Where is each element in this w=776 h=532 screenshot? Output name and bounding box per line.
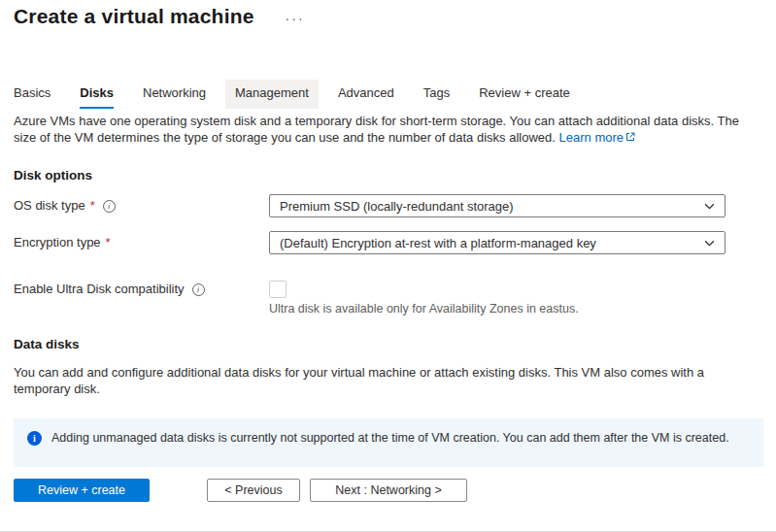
page-header: Create a virtual machine ··· xyxy=(0,0,776,28)
ultra-disk-row: Enable Ultra Disk compatibility i Ultra … xyxy=(14,281,762,316)
more-options-ellipsis-icon[interactable]: ··· xyxy=(286,11,305,26)
tab-networking[interactable]: Networking xyxy=(143,82,206,109)
learn-more-link[interactable]: Learn more xyxy=(559,130,624,145)
info-banner-icon: i xyxy=(27,431,42,446)
disk-options-heading: Disk options xyxy=(14,168,762,183)
encryption-type-row: Encryption type * (Default) Encryption a… xyxy=(14,231,762,254)
required-asterisk: * xyxy=(90,197,95,215)
required-asterisk: * xyxy=(106,234,111,251)
ultra-disk-control: Ultra disk is available only for Availab… xyxy=(269,281,579,316)
info-icon[interactable]: i xyxy=(103,200,116,213)
wizard-tabs: Basics Disks Networking Management Advan… xyxy=(14,80,762,109)
tab-basics[interactable]: Basics xyxy=(14,82,51,109)
tab-content-disks: Azure VMs have one operating system disk… xyxy=(0,113,776,467)
tab-management[interactable]: Management xyxy=(225,80,319,109)
ultra-disk-checkbox[interactable] xyxy=(269,281,287,298)
os-disk-type-row: OS disk type * i Premium SSD (locally-re… xyxy=(14,194,762,217)
info-banner-text: Adding unmanaged data disks is currently… xyxy=(51,430,729,467)
tab-disks[interactable]: Disks xyxy=(80,82,114,109)
os-disk-type-value: Premium SSD (locally-redundant storage) xyxy=(280,199,514,214)
encryption-type-dropdown[interactable]: (Default) Encryption at-rest with a plat… xyxy=(269,231,725,254)
os-disk-type-label: OS disk type * i xyxy=(14,197,269,215)
chevron-down-icon xyxy=(703,237,716,249)
encryption-type-label: Encryption type * xyxy=(14,234,269,251)
external-link-icon xyxy=(625,129,635,146)
info-icon[interactable]: i xyxy=(192,283,205,296)
encryption-type-value: (Default) Encryption at-rest with a plat… xyxy=(280,236,596,250)
next-networking-button[interactable]: Next : Networking > xyxy=(310,479,467,502)
previous-button[interactable]: < Previous xyxy=(207,479,300,502)
data-disks-description: You can add and configure additional dat… xyxy=(14,364,762,397)
page-title: Create a virtual machine xyxy=(14,5,254,28)
tab-tags[interactable]: Tags xyxy=(423,82,450,109)
ultra-disk-helper-text: Ultra disk is available only for Availab… xyxy=(269,302,579,316)
data-disks-heading: Data disks xyxy=(14,337,762,351)
chevron-down-icon xyxy=(703,200,716,213)
tab-advanced[interactable]: Advanced xyxy=(338,82,394,109)
intro-paragraph: Azure VMs have one operating system disk… xyxy=(14,113,762,146)
os-disk-type-dropdown[interactable]: Premium SSD (locally-redundant storage) xyxy=(269,194,725,217)
tab-review-create[interactable]: Review + create xyxy=(479,82,570,109)
info-banner: i Adding unmanaged data disks is current… xyxy=(14,418,763,467)
wizard-footer: Review + create < Previous Next : Networ… xyxy=(0,469,776,532)
review-create-button[interactable]: Review + create xyxy=(14,479,150,502)
ultra-disk-label: Enable Ultra Disk compatibility i xyxy=(14,281,269,298)
